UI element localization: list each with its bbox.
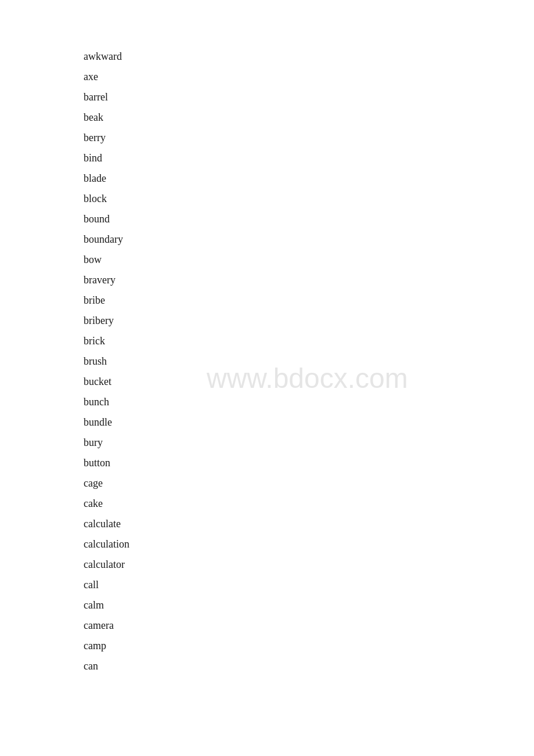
list-item: awkward [84,46,534,67]
list-item: bound [84,209,534,229]
list-item: brick [84,331,534,351]
list-item: bucket [84,372,534,392]
list-item: bundle [84,412,534,433]
list-item: cake [84,494,534,514]
list-item: berry [84,128,534,148]
list-item: bury [84,433,534,453]
list-item: can [84,656,534,676]
list-item: bribery [84,311,534,331]
list-item: bind [84,148,534,168]
list-item: bribe [84,290,534,311]
list-item: calculate [84,514,534,534]
list-item: calm [84,595,534,615]
list-item: calculator [84,555,534,575]
word-list: awkwardaxebarrelbeakberrybindbladeblockb… [0,0,534,723]
list-item: cage [84,473,534,494]
list-item: barrel [84,87,534,107]
list-item: bow [84,250,534,270]
list-item: calculation [84,534,534,555]
list-item: button [84,453,534,473]
list-item: boundary [84,229,534,250]
list-item: call [84,575,534,595]
list-item: camera [84,615,534,636]
list-item: block [84,189,534,209]
list-item: axe [84,67,534,87]
list-item: blade [84,168,534,189]
list-item: bunch [84,392,534,412]
list-item: beak [84,107,534,128]
list-item: camp [84,636,534,656]
list-item: brush [84,351,534,372]
list-item: bravery [84,270,534,290]
